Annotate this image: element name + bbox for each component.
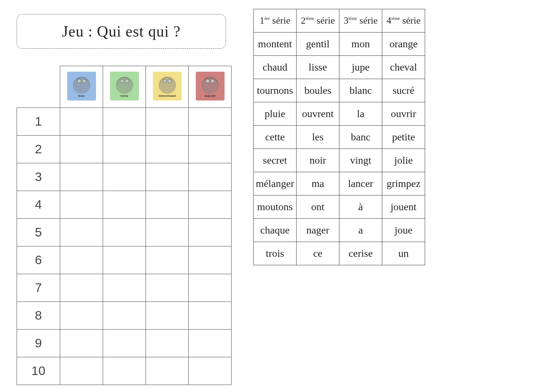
answer-cell[interactable] bbox=[189, 357, 232, 385]
nom-icon: Nom bbox=[67, 72, 96, 100]
answer-cell[interactable] bbox=[146, 218, 189, 246]
grid-row: 6 bbox=[17, 246, 232, 274]
determinant-label: Déterminant bbox=[153, 94, 182, 98]
row-number: 10 bbox=[17, 357, 60, 385]
word-cell: un bbox=[382, 242, 425, 265]
word-cell: noir bbox=[297, 149, 339, 172]
answer-cell[interactable] bbox=[146, 357, 189, 385]
series-header-2: 2ième série bbox=[297, 9, 339, 33]
word-row: montentgentilmonorange bbox=[254, 33, 425, 56]
word-cell: tournons bbox=[254, 79, 297, 102]
category-header-nom: Nom bbox=[60, 66, 103, 108]
word-cell: sucré bbox=[382, 79, 425, 102]
word-cell: la bbox=[339, 102, 382, 126]
answer-cell[interactable] bbox=[146, 135, 189, 163]
answer-cell[interactable] bbox=[189, 301, 232, 329]
row-number: 9 bbox=[17, 329, 60, 357]
grid-row: 1 bbox=[17, 108, 232, 135]
word-cell: à bbox=[339, 195, 382, 219]
answer-cell[interactable] bbox=[103, 191, 146, 218]
answer-cell[interactable] bbox=[103, 329, 146, 357]
word-cell: les bbox=[297, 126, 339, 149]
word-cell: jupe bbox=[339, 56, 382, 79]
word-cell: montent bbox=[254, 33, 297, 56]
word-cell: boules bbox=[297, 79, 339, 102]
word-cell: jouent bbox=[382, 195, 425, 219]
answer-cell[interactable] bbox=[189, 218, 232, 246]
adjectif-label: Adjectif bbox=[196, 94, 225, 98]
word-cell: ont bbox=[297, 195, 339, 219]
answer-cell[interactable] bbox=[189, 108, 232, 135]
grid-row: 5 bbox=[17, 218, 232, 246]
row-number: 6 bbox=[17, 246, 60, 274]
row-number: 7 bbox=[17, 274, 60, 301]
category-header-adjectif: Adjectif bbox=[189, 66, 232, 108]
word-row: cettelesbancpetite bbox=[254, 126, 425, 149]
word-cell: chaque bbox=[254, 219, 297, 242]
answer-cell[interactable] bbox=[60, 191, 103, 218]
category-header-determinant: Déterminant bbox=[146, 66, 189, 108]
answer-cell[interactable] bbox=[60, 246, 103, 274]
answer-cell[interactable] bbox=[189, 191, 232, 218]
grid-row: 10 bbox=[17, 357, 232, 385]
answer-cell[interactable] bbox=[189, 274, 232, 301]
answer-grid: Nom Verbe Déterminant Adjectif 1 2 3 4 5… bbox=[17, 66, 232, 385]
word-cell: mélanger bbox=[254, 172, 297, 195]
grid-row: 7 bbox=[17, 274, 232, 301]
row-number: 8 bbox=[17, 301, 60, 329]
row-number: 4 bbox=[17, 191, 60, 218]
answer-cell[interactable] bbox=[60, 135, 103, 163]
answer-cell[interactable] bbox=[103, 218, 146, 246]
answer-cell[interactable] bbox=[146, 191, 189, 218]
answer-cell[interactable] bbox=[60, 274, 103, 301]
answer-cell[interactable] bbox=[60, 357, 103, 385]
answer-cell[interactable] bbox=[103, 357, 146, 385]
answer-cell[interactable] bbox=[103, 163, 146, 191]
word-cell: cheval bbox=[382, 56, 425, 79]
series-header-4: 4ième série bbox=[382, 9, 425, 33]
answer-cell[interactable] bbox=[189, 135, 232, 163]
answer-cell[interactable] bbox=[189, 329, 232, 357]
answer-cell[interactable] bbox=[60, 301, 103, 329]
grid-row: 4 bbox=[17, 191, 232, 218]
series-header-row: 1ère série 2ième série 3ième série 4ième… bbox=[254, 9, 425, 33]
grid-corner-spacer bbox=[17, 66, 60, 108]
grid-row: 9 bbox=[17, 329, 232, 357]
answer-cell[interactable] bbox=[189, 246, 232, 274]
grid-row: 3 bbox=[17, 163, 232, 191]
title-box: Jeu : Qui est qui ? bbox=[17, 14, 226, 49]
answer-cell[interactable] bbox=[60, 218, 103, 246]
word-cell: grimpez bbox=[382, 172, 425, 195]
word-cell: mon bbox=[339, 33, 382, 56]
word-cell: petite bbox=[382, 126, 425, 149]
answer-cell[interactable] bbox=[60, 163, 103, 191]
answer-cell[interactable] bbox=[103, 108, 146, 135]
answer-cell[interactable] bbox=[103, 135, 146, 163]
answer-cell[interactable] bbox=[103, 246, 146, 274]
series-header-1: 1ère série bbox=[254, 9, 297, 33]
answer-cell[interactable] bbox=[146, 108, 189, 135]
answer-cell[interactable] bbox=[146, 163, 189, 191]
word-cell: vingt bbox=[339, 149, 382, 172]
answer-cell[interactable] bbox=[189, 163, 232, 191]
answer-cell[interactable] bbox=[146, 329, 189, 357]
answer-cell[interactable] bbox=[103, 301, 146, 329]
word-row: moutonsontàjouent bbox=[254, 195, 425, 219]
series-header-3: 3ième série bbox=[339, 9, 382, 33]
category-header-verbe: Verbe bbox=[103, 66, 146, 108]
word-cell: a bbox=[339, 219, 382, 242]
answer-cell[interactable] bbox=[60, 108, 103, 135]
word-cell: trois bbox=[254, 242, 297, 265]
answer-cell[interactable] bbox=[146, 246, 189, 274]
verbe-icon: Verbe bbox=[110, 72, 139, 100]
answer-cell[interactable] bbox=[146, 301, 189, 329]
row-number: 2 bbox=[17, 135, 60, 163]
row-number: 5 bbox=[17, 218, 60, 246]
answer-cell[interactable] bbox=[103, 274, 146, 301]
answer-cell[interactable] bbox=[60, 329, 103, 357]
row-number: 1 bbox=[17, 108, 60, 135]
answer-cell[interactable] bbox=[146, 274, 189, 301]
grid-row: 2 bbox=[17, 135, 232, 163]
word-cell: lancer bbox=[339, 172, 382, 195]
word-series-table: 1ère série 2ième série 3ième série 4ième… bbox=[253, 9, 425, 265]
